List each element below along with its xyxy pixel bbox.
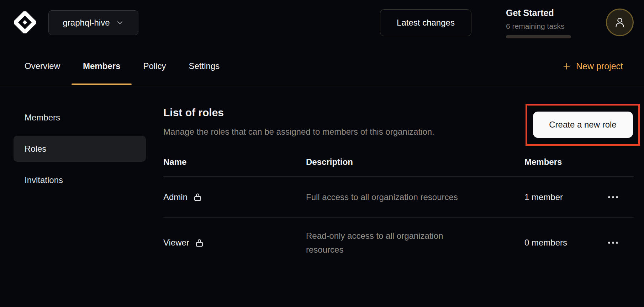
sidebar-item-invitations-label: Invitations <box>25 175 63 185</box>
annotation-highlight-rectangle: Create a new role <box>526 104 640 146</box>
tab-overview-label: Overview <box>25 61 60 71</box>
plus-icon <box>562 61 571 71</box>
role-member-count: 0 members <box>524 238 607 248</box>
get-started-widget[interactable]: Get Started 6 remaining tasks <box>506 7 577 40</box>
page-subtitle: Manage the roles that can be assigned to… <box>163 127 434 137</box>
role-name-cell: Admin <box>163 192 306 202</box>
user-icon <box>613 16 626 29</box>
role-name-cell: Viewer <box>163 238 306 248</box>
chevron-down-icon <box>116 18 124 27</box>
sidebar-item-roles[interactable]: Roles <box>14 136 146 162</box>
hive-logo-icon <box>13 11 37 34</box>
page-title: List of roles <box>163 107 224 119</box>
sidebar-item-invitations[interactable]: Invitations <box>14 167 146 193</box>
members-section-sidebar: Members Roles Invitations <box>14 104 146 198</box>
table-row-admin: Admin Full access to all organization re… <box>163 177 634 218</box>
column-header-members: Members <box>524 157 607 176</box>
role-name: Admin <box>163 192 188 202</box>
get-started-remaining-tasks: 6 remaining tasks <box>506 22 565 31</box>
row-menu-ellipsis-icon[interactable] <box>607 238 619 247</box>
latest-changes-button[interactable]: Latest changes <box>380 9 471 36</box>
create-new-role-button[interactable]: Create a new role <box>533 112 633 138</box>
get-started-progress-bar <box>506 35 571 38</box>
tab-members-label: Members <box>83 61 120 71</box>
sidebar-item-roles-label: Roles <box>25 144 46 154</box>
lock-icon <box>193 192 202 202</box>
latest-changes-label: Latest changes <box>397 18 455 28</box>
get-started-title: Get Started <box>506 8 554 18</box>
column-header-name: Name <box>163 157 306 176</box>
roles-table-header: Name Description Members <box>163 153 634 177</box>
org-selector-label: graphql-hive <box>63 18 110 28</box>
role-description: Full access to all organization resource… <box>306 190 473 204</box>
user-avatar[interactable] <box>606 9 634 36</box>
tab-members[interactable]: Members <box>72 46 132 86</box>
new-project-label: New project <box>576 61 623 71</box>
roles-table: Name Description Members Admin Full acce… <box>163 153 634 268</box>
org-tab-bar: Overview Members Policy Settings New pro… <box>0 46 644 86</box>
role-member-count: 1 member <box>524 192 607 202</box>
tab-settings[interactable]: Settings <box>177 46 231 86</box>
role-description: Read-only access to all organization res… <box>306 229 473 257</box>
role-name: Viewer <box>163 238 189 248</box>
tab-overview[interactable]: Overview <box>13 46 72 86</box>
tab-settings-label: Settings <box>189 61 220 71</box>
row-menu-ellipsis-icon[interactable] <box>607 193 619 202</box>
tab-policy[interactable]: Policy <box>132 46 177 86</box>
sidebar-item-members[interactable]: Members <box>14 104 146 130</box>
lock-icon <box>195 238 204 248</box>
tab-policy-label: Policy <box>143 61 166 71</box>
sidebar-item-members-label: Members <box>25 113 60 123</box>
tabs: Overview Members Policy Settings <box>13 46 231 86</box>
table-row-viewer: Viewer Read-only access to all organizat… <box>163 218 634 268</box>
column-header-description: Description <box>306 157 524 176</box>
new-project-button[interactable]: New project <box>562 46 623 86</box>
org-selector-dropdown[interactable]: graphql-hive <box>48 10 138 35</box>
